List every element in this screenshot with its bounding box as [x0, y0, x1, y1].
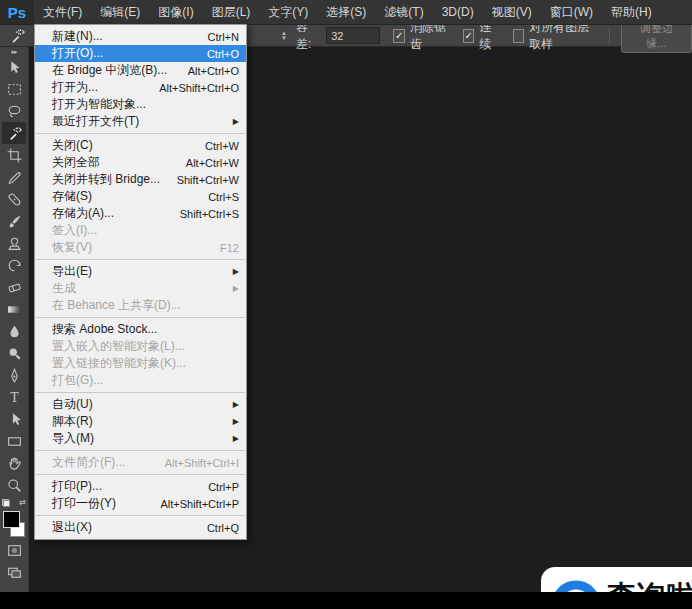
- magic-wand-tool[interactable]: [2, 122, 26, 144]
- type-tool[interactable]: T: [2, 386, 26, 408]
- menubar-item-3d[interactable]: 3D(D): [433, 0, 483, 24]
- menu-item[interactable]: 打包(G)...: [35, 372, 246, 389]
- menu-item[interactable]: 关闭并转到 Bridge...Shift+Ctrl+W: [35, 171, 246, 188]
- menu-separator: [36, 474, 245, 475]
- menu-item-label: 置入嵌入的智能对象(L)...: [52, 338, 239, 355]
- menu-item[interactable]: 最近打开文件(T)▶: [35, 113, 246, 130]
- clone-stamp-tool-icon: [6, 235, 23, 252]
- menu-item[interactable]: 搜索 Adobe Stock...: [35, 321, 246, 338]
- menubar-item-type[interactable]: 文字(Y): [259, 0, 317, 24]
- hand-tool-icon: [6, 455, 23, 472]
- menu-item[interactable]: 在 Bridge 中浏览(B)...Alt+Ctrl+O: [35, 62, 246, 79]
- screen-mode-tool[interactable]: [2, 561, 26, 583]
- menubar-item-select[interactable]: 选择(S): [317, 0, 375, 24]
- shape-tool[interactable]: [2, 430, 26, 452]
- marquee-tool-icon: [6, 81, 23, 98]
- menu-item[interactable]: 文件简介(F)...Alt+Shift+Ctrl+I: [35, 454, 246, 471]
- menu-item[interactable]: 打开为...Alt+Shift+Ctrl+O: [35, 79, 246, 96]
- menubar-item-view[interactable]: 视图(V): [483, 0, 541, 24]
- options-stepper[interactable]: ▲▼: [281, 31, 287, 41]
- lasso-tool[interactable]: [2, 100, 26, 122]
- menu-item-shortcut: Alt+Ctrl+W: [186, 157, 239, 169]
- menu-separator: [36, 392, 245, 393]
- history-brush-tool[interactable]: [2, 254, 26, 276]
- menu-item-shortcut: Ctrl+O: [207, 48, 239, 60]
- menu-item[interactable]: 打印(P)...Ctrl+P: [35, 478, 246, 495]
- menu-separator: [36, 450, 245, 451]
- menu-item-shortcut: Shift+Ctrl+S: [180, 208, 239, 220]
- submenu-arrow-icon: ▶: [233, 117, 239, 126]
- type-tool-icon: T: [6, 389, 23, 406]
- menu-item[interactable]: 生成▶: [35, 280, 246, 297]
- menu-item[interactable]: 打印一份(Y)Alt+Shift+Ctrl+P: [35, 495, 246, 512]
- menu-item[interactable]: 关闭(C)Ctrl+W: [35, 137, 246, 154]
- menubar-item-edit[interactable]: 编辑(E): [91, 0, 149, 24]
- menu-item[interactable]: 打开为智能对象...: [35, 96, 246, 113]
- gradient-tool[interactable]: [2, 298, 26, 320]
- eraser-tool[interactable]: [2, 276, 26, 298]
- menu-item-shortcut: Alt+Shift+Ctrl+I: [165, 457, 239, 469]
- menu-item-label: 生成: [52, 280, 225, 297]
- menubar-item-file[interactable]: 文件(F): [34, 0, 91, 24]
- menu-item[interactable]: 导出(E)▶: [35, 263, 246, 280]
- quick-mask-tool[interactable]: [2, 539, 26, 561]
- hand-tool[interactable]: [2, 452, 26, 474]
- crop-tool[interactable]: [2, 144, 26, 166]
- menu-item-label: 打开为智能对象...: [52, 96, 239, 113]
- tolerance-input[interactable]: [326, 27, 380, 44]
- menu-item[interactable]: 导入(M)▶: [35, 430, 246, 447]
- clone-stamp-tool[interactable]: [2, 232, 26, 254]
- pen-tool[interactable]: [2, 364, 26, 386]
- brush-tool-icon: [6, 213, 23, 230]
- healing-brush-tool[interactable]: [2, 188, 26, 210]
- crop-tool-icon: [6, 147, 23, 164]
- menu-item[interactable]: 置入链接的智能对象(K)...: [35, 355, 246, 372]
- menu-item[interactable]: 置入嵌入的智能对象(L)...: [35, 338, 246, 355]
- menu-item[interactable]: 脚本(R)▶: [35, 413, 246, 430]
- menu-bar: Ps 文件(F)编辑(E)图像(I)图层(L)文字(Y)选择(S)滤镜(T)3D…: [0, 0, 692, 25]
- menu-item[interactable]: 关闭全部Alt+Ctrl+W: [35, 154, 246, 171]
- menu-item[interactable]: 签入(I)...: [35, 222, 246, 239]
- menu-item-shortcut: Alt+Shift+Ctrl+O: [159, 82, 239, 94]
- menu-item-shortcut: Alt+Ctrl+O: [188, 65, 239, 77]
- checkbox-anti-alias-box: ✓: [393, 29, 405, 43]
- menu-item[interactable]: 恢复(V)F12: [35, 239, 246, 256]
- menu-item-label: 关闭全部: [52, 154, 178, 171]
- blur-tool[interactable]: [2, 320, 26, 342]
- move-tool[interactable]: [2, 56, 26, 78]
- menu-item-label: 新建(N)...: [52, 28, 200, 45]
- dodge-tool[interactable]: [2, 342, 26, 364]
- marquee-tool[interactable]: [2, 78, 26, 100]
- tools-panel: ▸▸ T⇄: [0, 47, 29, 592]
- tool-preset-picker[interactable]: [7, 27, 27, 45]
- menu-item[interactable]: 在 Behance 上共享(D)...: [35, 297, 246, 314]
- menu-item[interactable]: 自动(U)▶: [35, 396, 246, 413]
- eyedropper-tool[interactable]: [2, 166, 26, 188]
- menu-item-label: 文件简介(F)...: [52, 454, 157, 471]
- gradient-tool-icon: [6, 301, 23, 318]
- menu-item-label: 脚本(R): [52, 413, 225, 430]
- brush-tool[interactable]: [2, 210, 26, 232]
- menu-item[interactable]: 退出(X)Ctrl+Q: [35, 519, 246, 536]
- menubar-item-filter[interactable]: 滤镜(T): [375, 0, 432, 24]
- path-select-tool[interactable]: [2, 408, 26, 430]
- default-colors-icon[interactable]: [2, 499, 10, 507]
- menu-item[interactable]: 存储(S)Ctrl+S: [35, 188, 246, 205]
- menu-item-shortcut: Alt+Shift+Ctrl+P: [160, 498, 239, 510]
- menu-item[interactable]: 打开(O)...Ctrl+O: [35, 45, 246, 62]
- swap-colors-icon[interactable]: ⇄: [19, 498, 26, 507]
- menu-item[interactable]: 存储为(A)...Shift+Ctrl+S: [35, 205, 246, 222]
- menubar-item-help[interactable]: 帮助(H): [602, 0, 661, 24]
- menubar-item-image[interactable]: 图像(I): [149, 0, 202, 24]
- foreground-color-swatch[interactable]: [3, 511, 20, 528]
- toolbar-collapse-toggle[interactable]: ▸▸: [11, 47, 16, 56]
- menu-item[interactable]: 新建(N)...Ctrl+N: [35, 28, 246, 45]
- menubar-items: 文件(F)编辑(E)图像(I)图层(L)文字(Y)选择(S)滤镜(T)3D(D)…: [34, 0, 661, 24]
- menu-item-label: 在 Behance 上共享(D)...: [52, 297, 239, 314]
- file-menu-dropdown: 新建(N)...Ctrl+N打开(O)...Ctrl+O在 Bridge 中浏览…: [34, 24, 247, 540]
- menu-item-label: 签入(I)...: [52, 222, 239, 239]
- menubar-item-window[interactable]: 窗口(W): [541, 0, 602, 24]
- menubar-item-layer[interactable]: 图层(L): [203, 0, 260, 24]
- history-brush-tool-icon: [6, 257, 23, 274]
- zoom-tool[interactable]: [2, 474, 26, 496]
